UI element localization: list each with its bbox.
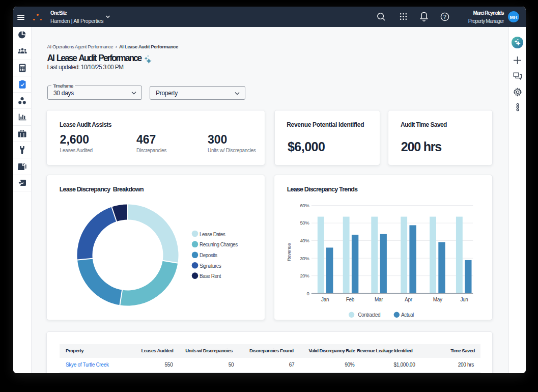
svg-text:60%: 60% bbox=[300, 203, 309, 208]
svg-text:Mar: Mar bbox=[375, 297, 383, 302]
svg-text:Apr: Apr bbox=[405, 297, 413, 302]
svg-text:Feb: Feb bbox=[346, 297, 354, 302]
svg-text:Revenue: Revenue bbox=[286, 243, 291, 261]
svg-text:20%: 20% bbox=[300, 273, 309, 278]
svg-text:30%: 30% bbox=[300, 256, 309, 261]
svg-text:Jan: Jan bbox=[321, 297, 329, 302]
svg-text:Contracted: Contracted bbox=[358, 312, 380, 318]
svg-text:50%: 50% bbox=[300, 220, 309, 226]
svg-text:0: 0 bbox=[306, 291, 309, 296]
svg-text:Jun: Jun bbox=[460, 297, 468, 302]
svg-text:Actual: Actual bbox=[401, 312, 414, 318]
svg-text:40%: 40% bbox=[300, 238, 309, 243]
svg-text:May: May bbox=[433, 297, 442, 302]
svg-text:?: ? bbox=[443, 14, 446, 20]
